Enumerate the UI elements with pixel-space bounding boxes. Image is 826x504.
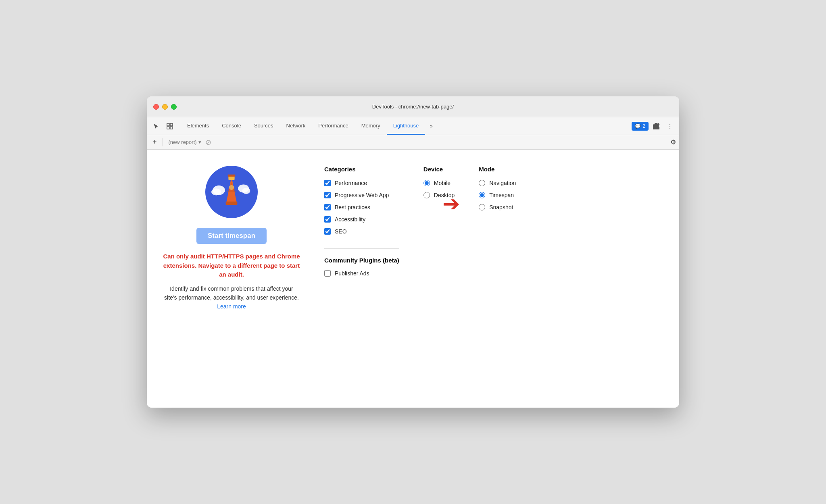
performance-checkbox[interactable]	[324, 180, 331, 186]
category-performance: Performance	[324, 180, 399, 186]
snapshot-radio[interactable]	[479, 204, 485, 210]
devtools-icons	[150, 120, 176, 132]
toolbar-settings-icon[interactable]: ⚙	[670, 138, 676, 146]
seo-label: SEO	[335, 228, 347, 235]
device-mobile: Mobile	[423, 180, 455, 186]
seo-checkbox[interactable]	[324, 228, 331, 235]
devtools-window: DevTools - chrome://new-tab-page/ Elemen	[147, 96, 679, 408]
cancel-icon[interactable]: ⊘	[205, 138, 211, 147]
pwa-label: Progressive Web App	[335, 192, 389, 198]
tabs-container: Elements Console Sources Network Perform…	[181, 117, 628, 135]
community-publisher-ads: Publisher Ads	[324, 270, 399, 277]
mode-snapshot: Snapshot	[479, 204, 516, 210]
add-report-button[interactable]: +	[150, 137, 159, 147]
timespan-label: Timespan	[489, 192, 514, 198]
timespan-arrow: ➔	[442, 193, 460, 214]
inspect-icon[interactable]	[164, 120, 176, 132]
tab-elements[interactable]: Elements	[181, 117, 215, 135]
main-content: Start timespan Can only audit HTTP/HTTPS…	[147, 150, 679, 408]
chevron-down-icon: ▾	[198, 139, 201, 145]
mode-navigation: Navigation	[479, 180, 516, 186]
accessibility-checkbox[interactable]	[324, 216, 331, 223]
feedback-icon: 💬	[635, 123, 641, 129]
lighthouse-logo	[205, 166, 258, 218]
tab-console[interactable]: Console	[215, 117, 248, 135]
accessibility-label: Accessibility	[335, 216, 365, 223]
tab-performance[interactable]: Performance	[312, 117, 355, 135]
maximize-button[interactable]	[171, 104, 177, 110]
minimize-button[interactable]	[162, 104, 168, 110]
start-timespan-button[interactable]: Start timespan	[196, 228, 267, 244]
categories-section: Categories Performance Progressive Web A…	[324, 166, 399, 277]
toolbar-divider	[163, 138, 163, 146]
svg-rect-1	[170, 123, 173, 126]
best-practices-label: Best practices	[335, 204, 370, 210]
report-label: (new report)	[169, 139, 197, 145]
svg-rect-12	[226, 202, 238, 205]
mobile-radio[interactable]	[423, 180, 430, 186]
three-dots-button[interactable]: ⋮	[664, 120, 676, 132]
close-button[interactable]	[153, 104, 159, 110]
lighthouse-toolbar: + (new report) ▾ ⊘ ⚙	[147, 135, 679, 150]
cursor-icon[interactable]	[150, 120, 162, 132]
mobile-label: Mobile	[434, 180, 451, 186]
publisher-ads-checkbox[interactable]	[324, 270, 331, 277]
more-tabs-icon[interactable]: »	[425, 120, 437, 132]
desktop-radio[interactable]	[423, 192, 430, 198]
navigation-radio[interactable]	[479, 180, 485, 186]
community-title: Community Plugins (beta)	[324, 257, 399, 264]
tab-sources[interactable]: Sources	[248, 117, 280, 135]
mode-timespan: Timespan	[479, 192, 516, 198]
tab-network[interactable]: Network	[280, 117, 312, 135]
mode-container: ➔ Mode Navigation Timespan Snapshot	[479, 166, 516, 210]
device-title: Device	[423, 166, 455, 173]
best-practices-checkbox[interactable]	[324, 204, 331, 210]
tab-lighthouse[interactable]: Lighthouse	[387, 117, 426, 135]
description-text: Identify and fix common problems that af…	[163, 284, 300, 311]
timespan-radio[interactable]	[479, 192, 485, 198]
left-panel: Start timespan Can only audit HTTP/HTTPS…	[163, 166, 300, 392]
feedback-button[interactable]: 💬 2	[632, 122, 649, 131]
category-pwa: Progressive Web App	[324, 192, 399, 198]
learn-more-link[interactable]: Learn more	[217, 303, 246, 310]
tab-memory[interactable]: Memory	[355, 117, 387, 135]
category-seo: SEO	[324, 228, 399, 235]
report-selector[interactable]: (new report) ▾	[166, 138, 204, 146]
settings-button[interactable]	[650, 120, 662, 132]
svg-marker-13	[227, 183, 236, 192]
mode-title: Mode	[479, 166, 516, 173]
svg-rect-3	[170, 127, 173, 129]
category-best-practices: Best practices	[324, 204, 399, 210]
pwa-checkbox[interactable]	[324, 192, 331, 198]
traffic-lights	[153, 104, 177, 110]
svg-rect-10	[228, 175, 236, 177]
error-message: Can only audit HTTP/HTTPS pages and Chro…	[163, 252, 300, 279]
svg-point-7	[242, 188, 250, 194]
categories-title: Categories	[324, 166, 399, 173]
titlebar: DevTools - chrome://new-tab-page/	[147, 96, 679, 117]
navigation-label: Navigation	[489, 180, 516, 186]
performance-label: Performance	[335, 180, 367, 186]
tab-bar: Elements Console Sources Network Perform…	[147, 117, 679, 135]
mode-section: Mode Navigation Timespan Snapshot	[479, 166, 516, 210]
svg-rect-0	[167, 123, 169, 126]
right-panel: Categories Performance Progressive Web A…	[300, 166, 663, 392]
window-title: DevTools - chrome://new-tab-page/	[372, 104, 454, 110]
category-accessibility: Accessibility	[324, 216, 399, 223]
tabbar-actions: 💬 2 ⋮	[632, 120, 676, 132]
snapshot-label: Snapshot	[489, 204, 513, 210]
svg-point-5	[211, 189, 221, 196]
publisher-ads-label: Publisher Ads	[335, 270, 369, 277]
svg-rect-2	[167, 127, 169, 129]
